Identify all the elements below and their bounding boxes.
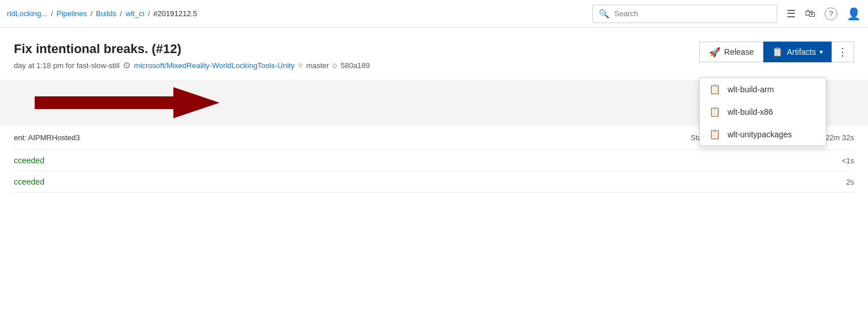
list-icon[interactable]: ☰ <box>787 8 796 20</box>
breadcrumb-sep-4: / <box>148 9 150 18</box>
svg-marker-0 <box>35 87 220 118</box>
breadcrumb-sep-2: / <box>90 9 92 18</box>
artifacts-label: Artifacts <box>787 47 816 57</box>
user-icon[interactable]: 👤 <box>847 7 861 21</box>
shopping-bag-icon[interactable]: 🛍 <box>805 8 815 20</box>
breadcrumb-builds[interactable]: Builds <box>96 9 116 18</box>
search-icon: 🔍 <box>599 9 610 19</box>
artifacts-icon: 📋 <box>772 47 783 57</box>
artifact-item-x86[interactable]: 📋 wlt-build-x86 <box>700 100 826 123</box>
build-time-meta: day at 1:18 pm for fast-slow-still <box>14 61 120 70</box>
status-badge-1: cceeded <box>14 156 44 165</box>
artifacts-button[interactable]: 📋 Artifacts ▾ <box>763 42 832 62</box>
release-button[interactable]: 🚀 Release <box>699 42 763 62</box>
artifact-arm-icon: 📋 <box>709 84 721 95</box>
release-label: Release <box>724 47 754 57</box>
artifact-x86-label: wlt-build-x86 <box>728 107 773 117</box>
main-content: Fix intentional breaks. (#12) day at 1:1… <box>0 28 868 193</box>
artifact-arm-label: wlt-build-arm <box>728 85 774 94</box>
breadcrumb-org[interactable]: rldLocking... <box>7 9 47 18</box>
github-icon: ⊙ <box>123 60 131 70</box>
help-icon[interactable]: ? <box>825 8 837 20</box>
branch-name: master <box>306 61 329 70</box>
breadcrumb-sep-1: / <box>51 9 53 18</box>
branch-icon: ⑂ <box>298 61 303 70</box>
topbar: rldLocking... / Pipelines / Builds / wlt… <box>0 0 868 28</box>
search-input[interactable] <box>614 9 771 18</box>
artifact-unity-icon: 📋 <box>709 129 721 140</box>
artifacts-dropdown: 📋 wlt-build-arm 📋 wlt-build-x86 📋 wlt-un… <box>699 77 826 146</box>
row2-time: 2s <box>846 178 854 186</box>
rocket-icon: 🚀 <box>709 47 721 58</box>
diamond-icon: ◇ <box>332 62 337 69</box>
topbar-icons: ☰ 🛍 ? 👤 <box>787 7 861 21</box>
chevron-down-icon: ▾ <box>819 48 823 56</box>
artifact-item-unitypackages[interactable]: 📋 wlt-unitypackages <box>700 123 826 145</box>
breadcrumb-sep-3: / <box>120 9 123 18</box>
row1-time: <1s <box>842 156 854 165</box>
artifact-item-arm[interactable]: 📋 wlt-build-arm <box>700 78 826 100</box>
breadcrumb-build-number: #20191212.5 <box>153 9 197 18</box>
breadcrumb-pipelines[interactable]: Pipelines <box>57 9 87 18</box>
status-badge-2: cceeded <box>14 177 44 186</box>
action-buttons: 🚀 Release 📋 Artifacts ▾ ⋮ 📋 wlt-build-ar… <box>699 42 854 62</box>
commit-hash: 580a189 <box>340 61 370 70</box>
build-row-1: cceeded <1s <box>14 150 854 171</box>
breadcrumb-pipeline-name[interactable]: wlt_ci <box>125 9 144 18</box>
artifact-x86-icon: 📋 <box>709 106 721 117</box>
agent-label: ent: AIPMRHosted3 <box>14 133 80 142</box>
big-arrow <box>35 87 220 118</box>
build-row-2: cceeded 2s <box>14 171 854 193</box>
breadcrumb: rldLocking... / Pipelines / Builds / wlt… <box>7 9 197 18</box>
ellipsis-icon: ⋮ <box>837 46 848 58</box>
repo-link[interactable]: microsoft/MixedReality-WorldLockingTools… <box>134 61 295 70</box>
artifact-unity-label: wlt-unitypackages <box>728 130 792 139</box>
more-options-button[interactable]: ⋮ <box>832 42 854 62</box>
search-bar[interactable]: 🔍 <box>592 5 777 23</box>
